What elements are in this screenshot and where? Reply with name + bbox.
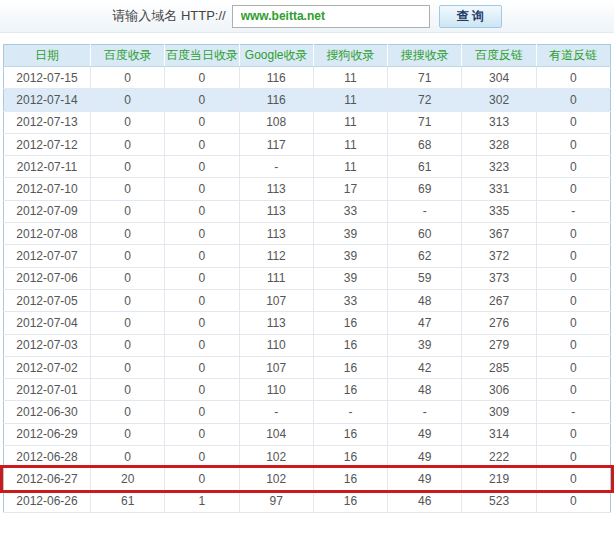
value-cell: 0 — [165, 200, 239, 222]
value-cell: 48 — [388, 379, 462, 401]
value-cell: 110 — [239, 379, 313, 401]
date-cell: 2012-06-28 — [4, 446, 91, 468]
value-cell: 0 — [91, 401, 165, 423]
value-cell: 331 — [462, 178, 536, 200]
value-cell: 0 — [91, 111, 165, 133]
value-cell: 313 — [462, 111, 536, 133]
value-cell: 116 — [239, 67, 313, 89]
value-cell: 62 — [388, 245, 462, 267]
column-header: 百度当日收录 — [165, 45, 239, 67]
value-cell: 0 — [536, 468, 610, 490]
table-row: 2012-07-020010716422850 — [4, 356, 611, 378]
value-cell: 17 — [313, 178, 387, 200]
value-cell: 0 — [536, 178, 610, 200]
domain-input[interactable] — [232, 5, 430, 28]
value-cell: 102 — [239, 468, 313, 490]
value-cell: 110 — [239, 334, 313, 356]
value-cell: 523 — [462, 490, 536, 512]
value-cell: 39 — [313, 245, 387, 267]
value-cell: 39 — [313, 267, 387, 289]
value-cell: - — [536, 200, 610, 222]
value-cell: 267 — [462, 289, 536, 311]
table-row: 2012-06-266119716465230 — [4, 490, 611, 512]
value-cell: 0 — [165, 334, 239, 356]
table-row: 2012-06-2720010216492190 — [4, 468, 611, 490]
value-cell: 11 — [313, 156, 387, 178]
value-cell: 309 — [462, 401, 536, 423]
value-cell: 46 — [388, 490, 462, 512]
value-cell: 0 — [536, 245, 610, 267]
value-cell: 11 — [313, 67, 387, 89]
value-cell: 61 — [388, 156, 462, 178]
value-cell: 285 — [462, 356, 536, 378]
column-header: 百度反链 — [462, 45, 536, 67]
value-cell: - — [313, 401, 387, 423]
value-cell: 306 — [462, 379, 536, 401]
value-cell: 0 — [536, 446, 610, 468]
value-cell: 16 — [313, 468, 387, 490]
value-cell: 0 — [536, 223, 610, 245]
value-cell: 113 — [239, 200, 313, 222]
value-cell: 0 — [165, 446, 239, 468]
column-header: 有道反链 — [536, 45, 610, 67]
value-cell: 33 — [313, 200, 387, 222]
value-cell: 0 — [91, 156, 165, 178]
query-button[interactable]: 查 询 — [439, 5, 502, 28]
value-cell: 0 — [91, 446, 165, 468]
date-cell: 2012-07-03 — [4, 334, 91, 356]
value-cell: 16 — [313, 490, 387, 512]
value-cell: 0 — [536, 289, 610, 311]
value-cell: 42 — [388, 356, 462, 378]
domain-input-label: 请输入域名 HTTP:// — [112, 7, 225, 25]
value-cell: 328 — [462, 133, 536, 155]
value-cell: 69 — [388, 178, 462, 200]
value-cell: 0 — [536, 423, 610, 445]
date-cell: 2012-07-05 — [4, 289, 91, 311]
date-cell: 2012-06-29 — [4, 423, 91, 445]
table-row: 2012-07-060011139593730 — [4, 267, 611, 289]
value-cell: 0 — [536, 490, 610, 512]
value-cell: 0 — [536, 133, 610, 155]
value-cell: 111 — [239, 267, 313, 289]
date-cell: 2012-07-01 — [4, 379, 91, 401]
value-cell: 11 — [313, 89, 387, 111]
value-cell: 59 — [388, 267, 462, 289]
value-cell: 16 — [313, 356, 387, 378]
date-cell: 2012-07-13 — [4, 111, 91, 133]
value-cell: - — [536, 401, 610, 423]
value-cell: 0 — [536, 67, 610, 89]
value-cell: - — [388, 200, 462, 222]
value-cell: 108 — [239, 111, 313, 133]
value-cell: 0 — [91, 334, 165, 356]
value-cell: 16 — [313, 334, 387, 356]
value-cell: 113 — [239, 178, 313, 200]
table-row: 2012-07-120011711683280 — [4, 133, 611, 155]
value-cell: 71 — [388, 67, 462, 89]
value-cell: 0 — [536, 89, 610, 111]
value-cell: 104 — [239, 423, 313, 445]
column-header: 百度收录 — [91, 45, 165, 67]
value-cell: 16 — [313, 379, 387, 401]
value-cell: 116 — [239, 89, 313, 111]
value-cell: 47 — [388, 312, 462, 334]
value-cell: 302 — [462, 89, 536, 111]
value-cell: 0 — [165, 89, 239, 111]
value-cell: 373 — [462, 267, 536, 289]
value-cell: 0 — [536, 156, 610, 178]
value-cell: 0 — [91, 289, 165, 311]
value-cell: 39 — [388, 334, 462, 356]
value-cell: 279 — [462, 334, 536, 356]
value-cell: 1 — [165, 490, 239, 512]
value-cell: 61 — [91, 490, 165, 512]
value-cell: 68 — [388, 133, 462, 155]
value-cell: 219 — [462, 468, 536, 490]
value-cell: 0 — [165, 223, 239, 245]
value-cell: 0 — [165, 423, 239, 445]
value-cell: 0 — [91, 356, 165, 378]
search-bar: 请输入域名 HTTP:// 查 询 — [0, 0, 614, 33]
value-cell: 49 — [388, 423, 462, 445]
column-header: Google收录 — [239, 45, 313, 67]
value-cell: 11 — [313, 111, 387, 133]
value-cell: 71 — [388, 111, 462, 133]
value-cell: 33 — [313, 289, 387, 311]
